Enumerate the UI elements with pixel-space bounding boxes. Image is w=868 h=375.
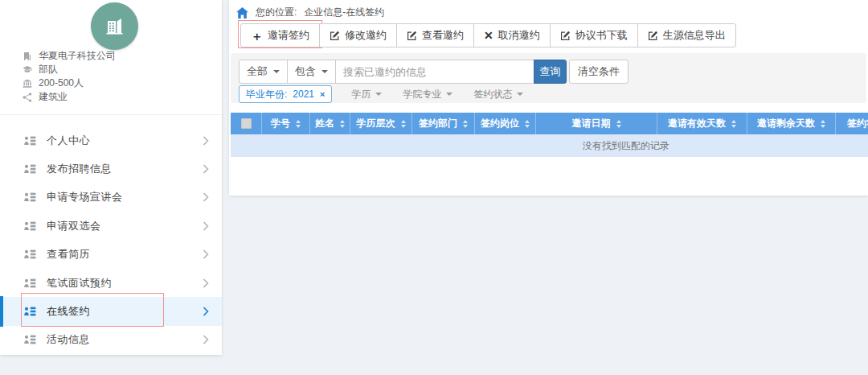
toolbar-button[interactable]: ＋ ✕ 邀请签约: [240, 23, 320, 47]
chevron-right-icon: [203, 307, 209, 316]
column-header-label: 签约部门: [419, 117, 457, 130]
table-columns: 学号 姓名 学历层次 签约部门 签约岗位 邀请日期: [261, 113, 868, 134]
roster-icon: [24, 249, 36, 259]
field-dropdown[interactable]: 全部: [239, 60, 288, 84]
company-category: 部队: [39, 63, 58, 76]
company-name-row: 华夏电子科技公司: [23, 49, 116, 63]
column-header[interactable]: 邀请日期: [535, 113, 657, 134]
sort-icon: [463, 120, 468, 128]
share-network-icon: [23, 93, 32, 102]
main-content: 您的位置: 企业信息-在线签约 ＋ ✕ 邀请签约 ＋ ✕ 修改邀: [229, 0, 868, 196]
toolbar-button-label: 取消邀约: [498, 28, 540, 43]
roster-icon: [24, 335, 36, 344]
column-header[interactable]: 签约部门: [411, 113, 474, 134]
edit-icon: [560, 31, 571, 41]
column-header[interactable]: 学号: [261, 113, 309, 134]
chevron-right-icon: [203, 221, 209, 231]
sidebar-menu-item[interactable]: 个人中心: [0, 126, 222, 155]
caret-down-icon: [517, 93, 523, 96]
toolbar-button-label: 邀请签约: [268, 28, 309, 43]
sidebar: 华夏电子科技公司 部队 200-500人: [0, 0, 222, 355]
table-header-row: 学号 姓名 学历层次 签约部门 签约岗位 邀请日期: [231, 113, 868, 134]
graduation-cap-icon: [23, 65, 32, 75]
graduation-year-tag[interactable]: 毕业年份: 2021 ×: [239, 85, 332, 103]
toolbar-button[interactable]: ＋ ✕ 查看邀约: [396, 23, 474, 47]
toolbar-button[interactable]: ＋ ✕ 生源信息导出: [637, 23, 736, 47]
breadcrumb: 您的位置: 企业信息-在线签约: [236, 6, 384, 19]
column-header-label: 姓名: [315, 117, 334, 130]
column-header[interactable]: 签约状态: [835, 113, 868, 134]
search-input[interactable]: [335, 60, 534, 84]
company-industry-row: 建筑业: [23, 90, 116, 104]
sidebar-menu: 个人中心 发布招聘信息: [0, 126, 222, 354]
edit-icon: [330, 31, 340, 41]
toolbar-button-label: 生源信息导出: [663, 28, 726, 43]
column-header-label: 邀请日期: [572, 117, 611, 130]
breadcrumb-current: 企业信息-在线签约: [304, 6, 384, 19]
caret-down-icon: [321, 70, 328, 73]
company-industry: 建筑业: [39, 90, 68, 104]
company-info: 华夏电子科技公司 部队 200-500人: [23, 49, 116, 104]
sort-icon: [616, 120, 621, 128]
column-header[interactable]: 学历层次: [350, 113, 411, 134]
chevron-right-icon: [203, 192, 209, 202]
column-header-label: 学历层次: [357, 117, 395, 130]
sidebar-menu-item-label: 笔试面试预约: [47, 276, 203, 291]
bank-icon: [23, 79, 32, 89]
toolbar-button[interactable]: ＋ ✕ 修改邀约: [319, 23, 397, 47]
sort-icon: [296, 120, 301, 128]
roster-icon: [24, 307, 36, 316]
sidebar-menu-item-label: 活动信息: [47, 332, 203, 347]
sidebar-menu-item[interactable]: 查看简历: [0, 241, 222, 269]
sidebar-menu-item[interactable]: 申请双选会: [0, 212, 222, 240]
sidebar-menu-item[interactable]: 申请专场宣讲会: [0, 183, 222, 212]
operator-dropdown[interactable]: 包含: [287, 60, 336, 84]
filter-dropdown-label: 签约状态: [473, 88, 512, 101]
company-scale: 200-500人: [39, 76, 84, 90]
column-header[interactable]: 签约岗位: [474, 113, 535, 134]
sidebar-menu-item[interactable]: 发布招聘信息: [0, 155, 222, 183]
column-header[interactable]: 邀请有效天数: [657, 113, 747, 134]
query-button[interactable]: 查询: [534, 60, 567, 84]
filter-dropdown-label: 学院专业: [403, 88, 441, 101]
checkbox-icon: [241, 118, 252, 129]
roster-icon: [24, 278, 36, 288]
plus-icon: ＋: [251, 30, 263, 42]
roster-icon: [24, 221, 36, 231]
toolbar-button-label: 修改邀约: [345, 28, 387, 43]
sidebar-menu-item-label: 查看简历: [47, 247, 203, 262]
chevron-right-icon: [203, 249, 209, 259]
building-logo-icon: [103, 14, 127, 39]
filter-dropdown[interactable]: 学历: [351, 88, 382, 101]
sidebar-menu-item[interactable]: 活动信息: [0, 326, 222, 354]
roster-icon: [24, 164, 36, 174]
filter-dropdown[interactable]: 签约状态: [473, 88, 523, 101]
column-header-label: 学号: [271, 117, 290, 130]
sidebar-menu-item-label: 在线签约: [47, 304, 203, 319]
column-header[interactable]: 邀请剩余天数: [747, 113, 835, 134]
clear-conditions-button[interactable]: 清空条件: [569, 60, 628, 84]
toolbar-button-label: 查看邀约: [422, 28, 464, 43]
chevron-right-icon: [203, 335, 209, 344]
sort-icon: [401, 120, 406, 128]
sidebar-menu-item[interactable]: 笔试面试预约: [0, 269, 222, 297]
breadcrumb-prefix: 您的位置:: [256, 6, 297, 19]
caret-down-icon: [375, 93, 382, 96]
select-all-checkbox[interactable]: [231, 113, 261, 134]
sidebar-menu-item[interactable]: 在线签约: [0, 297, 222, 325]
results-table: 学号 姓名 学历层次 签约部门 签约岗位 邀请日期: [231, 113, 868, 157]
toolbar-button-label: 协议书下载: [575, 28, 628, 43]
chevron-right-icon: [203, 278, 209, 288]
toolbar-button[interactable]: ＋ ✕ 取消邀约: [473, 23, 551, 47]
cancel-x-icon: ✕: [484, 30, 493, 41]
sort-icon: [821, 120, 825, 128]
company-header: 华夏电子科技公司 部队 200-500人: [0, 0, 222, 115]
filter-dropdown[interactable]: 学院专业: [403, 88, 452, 101]
column-header-label: 邀请剩余天数: [757, 117, 815, 130]
filter-dropdowns: 学历 学院专业 签约状态: [351, 88, 523, 101]
toolbar-button[interactable]: ＋ ✕ 协议书下载: [550, 23, 638, 47]
graduation-year-tag-label: 毕业年份:: [246, 88, 287, 101]
column-header[interactable]: 姓名: [309, 113, 350, 134]
sort-icon: [340, 120, 345, 128]
remove-tag-icon[interactable]: ×: [320, 89, 325, 99]
